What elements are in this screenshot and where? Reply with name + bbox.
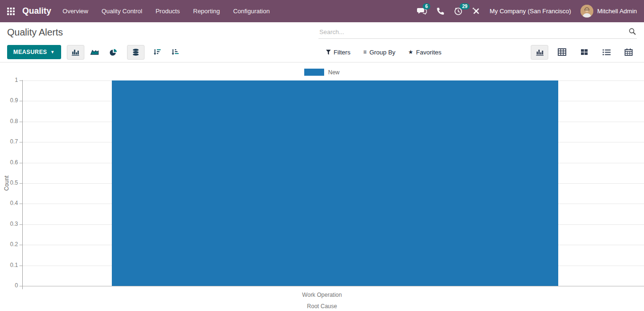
- sort-asc-icon: [171, 48, 179, 56]
- main-menu: Overview Quality Control Products Report…: [56, 0, 276, 22]
- menu-products[interactable]: Products: [149, 0, 186, 22]
- x-axis-line: [22, 286, 644, 286]
- sort-asc-button[interactable]: [169, 45, 181, 60]
- pie-chart-icon: [109, 48, 118, 56]
- view-switcher: [531, 45, 637, 60]
- phone-icon: [436, 7, 444, 15]
- y-tick-label: 0.6: [0, 159, 18, 166]
- y-tick-label: 1: [0, 77, 18, 83]
- bar-chart-button[interactable]: [67, 45, 84, 60]
- menu-reporting[interactable]: Reporting: [187, 0, 227, 22]
- y-tick-label: 0.3: [0, 221, 18, 227]
- list-view-button[interactable]: [598, 45, 615, 60]
- chart-type-group: [67, 45, 122, 60]
- search-input[interactable]: [318, 26, 637, 39]
- y-tick-label: 0.1: [0, 262, 18, 268]
- avatar: [581, 5, 593, 18]
- area-chart-icon: [90, 48, 99, 56]
- user-name: Mitchell Admin: [597, 8, 637, 15]
- page-title: Quality Alerts: [7, 27, 318, 38]
- control-panel-buttons: MEASURES ▼: [0, 42, 644, 62]
- list-view-icon: [602, 49, 611, 56]
- user-menu[interactable]: Mitchell Admin: [581, 5, 637, 18]
- phone-button[interactable]: [436, 7, 444, 15]
- menu-overview[interactable]: Overview: [56, 0, 95, 22]
- legend-item-new[interactable]: New: [0, 69, 644, 76]
- y-axis-line: [22, 80, 23, 289]
- legend-label: New: [328, 69, 339, 76]
- wrench-icon: [472, 7, 480, 15]
- menu-configuration[interactable]: Configuration: [227, 0, 276, 22]
- calendar-view-button[interactable]: [620, 45, 637, 60]
- company-switcher[interactable]: My Company (San Francisco): [490, 8, 571, 15]
- bars-icon: ≡: [363, 49, 366, 55]
- funnel-icon: [326, 50, 331, 55]
- stacked-icon: [132, 48, 140, 56]
- x-axis-title: Root Cause: [0, 303, 644, 310]
- control-panel-top: Quality Alerts: [0, 22, 644, 42]
- top-navbar: Quality Overview Quality Control Product…: [0, 0, 644, 22]
- activities-badge: 29: [460, 3, 470, 9]
- tools-button[interactable]: [472, 7, 480, 15]
- y-tick-label: 0.9: [0, 97, 18, 104]
- kanban-view-icon: [581, 48, 588, 56]
- app-name[interactable]: Quality: [22, 6, 51, 16]
- pivot-view-button[interactable]: [553, 45, 571, 60]
- bar-new-work-operation[interactable]: [112, 80, 558, 286]
- pie-chart-button[interactable]: [105, 45, 122, 60]
- star-icon: ★: [408, 49, 413, 55]
- y-tick-label: 0.8: [0, 118, 18, 124]
- graph-view-button[interactable]: [531, 45, 548, 60]
- graph-view: New 00.10.20.30.40.50.60.70.80.91 Count …: [0, 62, 644, 311]
- magnifier-icon: [629, 28, 636, 35]
- x-tick-label: Work Operation: [0, 292, 644, 298]
- sort-group: [151, 45, 181, 60]
- chevron-down-icon: ▼: [50, 50, 54, 54]
- activities-button[interactable]: 29: [454, 7, 463, 16]
- messages-badge: 6: [423, 3, 430, 9]
- menu-quality-control[interactable]: Quality Control: [95, 0, 149, 22]
- kanban-view-button[interactable]: [575, 45, 593, 60]
- search-options: Filters ≡ Group By ★ Favorites: [326, 49, 442, 56]
- favorites-button[interactable]: ★ Favorites: [408, 49, 441, 56]
- y-tick-label: 0.7: [0, 138, 18, 145]
- y-tick-label: 0.2: [0, 241, 18, 248]
- y-tick-label: 0: [0, 282, 18, 289]
- messages-button[interactable]: 6: [417, 7, 427, 15]
- measures-button[interactable]: MEASURES ▼: [7, 45, 61, 59]
- stacked-group: [127, 45, 145, 60]
- pivot-view-icon: [558, 48, 566, 56]
- graph-view-icon: [535, 48, 544, 56]
- sort-desc-icon: [153, 48, 161, 56]
- filters-button[interactable]: Filters: [326, 49, 350, 56]
- legend-swatch: [304, 69, 324, 76]
- y-tick-label: 0.4: [0, 200, 18, 206]
- calendar-view-icon: [625, 48, 633, 56]
- sort-desc-button[interactable]: [151, 45, 163, 60]
- apps-menu-icon[interactable]: [7, 8, 15, 15]
- bar-chart-icon: [71, 48, 80, 56]
- y-axis-title: Count: [3, 174, 10, 193]
- stacked-toggle-button[interactable]: [127, 45, 145, 60]
- search-box: [318, 26, 637, 39]
- group-by-button[interactable]: ≡ Group By: [363, 49, 395, 56]
- area-chart-button[interactable]: [86, 45, 103, 60]
